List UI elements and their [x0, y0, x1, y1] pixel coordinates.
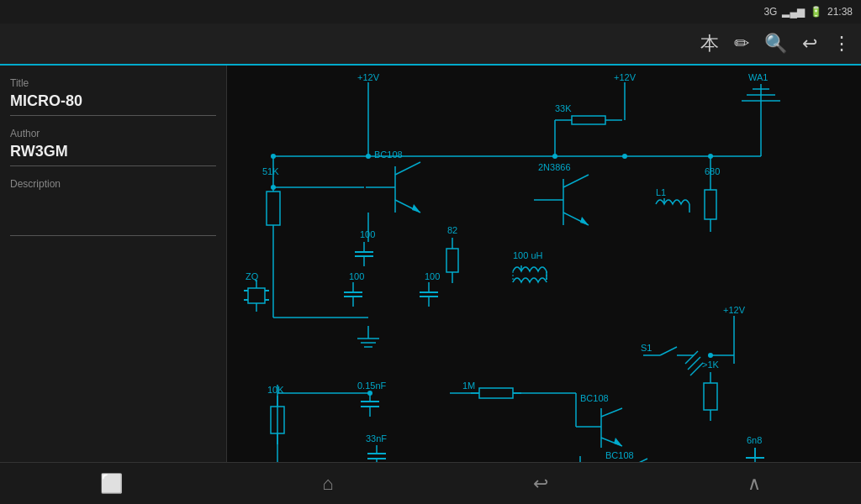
circuit-diagram: +12V +12V +12V WA1 33K 51K BC108: [227, 66, 861, 462]
svg-line-101: [601, 408, 622, 417]
svg-text:100: 100: [425, 271, 440, 281]
left-panel: Title MICRO-80 Author RW3GM Description: [0, 66, 227, 462]
title-label: Title: [10, 77, 216, 89]
svg-rect-64: [248, 288, 265, 303]
svg-rect-96: [479, 388, 513, 398]
title-value: MICRO-80: [10, 92, 216, 116]
svg-line-80: [660, 347, 677, 355]
svg-text:L1: L1: [656, 187, 666, 197]
svg-text:1M: 1M: [462, 381, 475, 391]
svg-rect-45: [446, 249, 458, 272]
svg-point-133: [622, 154, 627, 159]
svg-text:100 uH: 100 uH: [513, 250, 543, 260]
circuit-area: +12V +12V +12V WA1 33K 51K BC108: [227, 66, 861, 462]
svg-text:33K: 33K: [555, 103, 572, 113]
svg-text:0.15nF: 0.15nF: [357, 381, 387, 391]
status-bar: 3G ▂▄▆ 🔋 21:38: [0, 0, 861, 24]
edit-icon[interactable]: ✏: [734, 33, 749, 55]
svg-text:82: 82: [447, 225, 457, 235]
time-label: 21:38: [827, 6, 853, 18]
bottom-nav: ⬜ ⌂ ↩ ∧: [0, 462, 861, 504]
undo-icon[interactable]: ↩: [802, 33, 817, 55]
svg-text:>1K: >1K: [702, 360, 720, 370]
description-label: Description: [10, 178, 216, 190]
svg-marker-103: [614, 438, 622, 446]
up-icon[interactable]: ∧: [747, 473, 761, 495]
back-icon[interactable]: ↩: [533, 473, 548, 495]
svg-text:6n8: 6n8: [747, 435, 762, 445]
svg-line-22: [395, 162, 420, 175]
book-icon[interactable]: 本: [700, 31, 719, 56]
toolbar: 本 ✏ 🔍 ↩ ⋮: [0, 24, 861, 66]
svg-text:+12V: +12V: [357, 72, 380, 82]
author-label: Author: [10, 128, 216, 139]
svg-rect-117: [704, 383, 717, 410]
recent-apps-icon[interactable]: ⬜: [100, 473, 123, 495]
svg-text:680: 680: [705, 166, 720, 176]
svg-marker-24: [412, 204, 420, 213]
svg-point-132: [366, 154, 371, 159]
svg-text:51K: 51K: [262, 166, 279, 176]
svg-text:WA1: WA1: [748, 72, 768, 82]
svg-point-134: [552, 154, 557, 159]
signal-icon: ▂▄▆: [782, 6, 805, 18]
author-value: RW3GM: [10, 143, 216, 166]
svg-text:100: 100: [349, 271, 364, 281]
description-value: [10, 193, 216, 236]
svg-text:+12V: +12V: [614, 72, 637, 82]
svg-text:100: 100: [360, 229, 375, 239]
home-icon[interactable]: ⌂: [322, 473, 333, 495]
svg-point-147: [367, 391, 372, 396]
svg-text:+12V: +12V: [723, 305, 746, 315]
svg-text:33nF: 33nF: [366, 433, 387, 444]
svg-point-140: [271, 185, 276, 190]
svg-point-131: [271, 154, 276, 159]
search-icon[interactable]: 🔍: [764, 33, 787, 55]
svg-text:BC108: BC108: [605, 450, 634, 460]
svg-rect-13: [572, 116, 605, 124]
svg-text:2N3866: 2N3866: [538, 162, 571, 172]
svg-point-135: [708, 154, 713, 159]
svg-text:BC108: BC108: [374, 150, 403, 160]
network-label: 3G: [763, 6, 777, 18]
svg-text:BC108: BC108: [580, 393, 609, 403]
svg-point-153: [708, 353, 713, 358]
svg-text:S1: S1: [641, 343, 652, 353]
svg-line-28: [563, 175, 589, 187]
svg-rect-36: [705, 190, 716, 219]
more-options-icon[interactable]: ⋮: [832, 33, 851, 55]
battery-icon: 🔋: [810, 6, 822, 18]
svg-marker-30: [580, 217, 589, 225]
svg-rect-17: [267, 192, 280, 225]
